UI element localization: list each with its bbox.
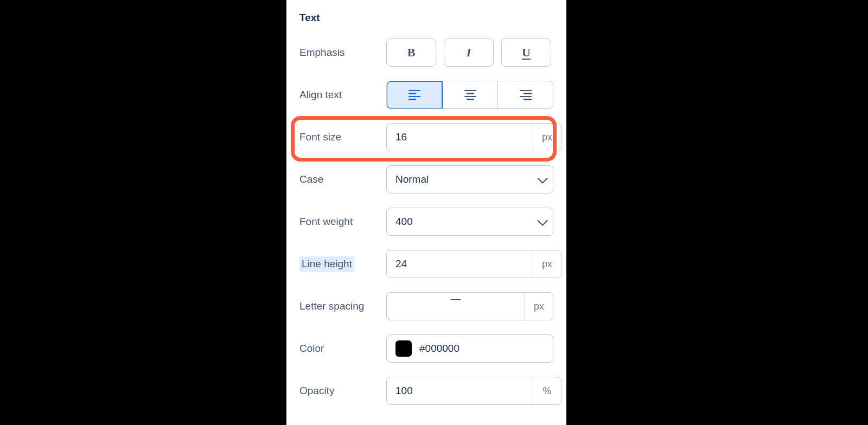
- letter-spacing-unit: px: [525, 293, 553, 320]
- font-weight-select[interactable]: 400: [386, 208, 553, 236]
- color-value: #000000: [419, 343, 459, 355]
- section-title: Text: [299, 12, 553, 24]
- case-label: Case: [299, 173, 386, 186]
- letter-spacing-input-group: — px: [386, 292, 553, 320]
- row-align: Align text: [299, 80, 553, 110]
- bold-icon: B: [407, 46, 416, 60]
- case-value: Normal: [395, 173, 429, 185]
- emphasis-group: B I U: [386, 38, 553, 67]
- color-label: Color: [299, 342, 386, 355]
- align-right-icon: [520, 90, 532, 100]
- opacity-label: Opacity: [299, 384, 386, 397]
- align-label: Align text: [299, 88, 386, 101]
- line-height-label: Line height: [299, 256, 386, 272]
- opacity-unit: %: [533, 377, 561, 404]
- font-weight-value: 400: [395, 216, 413, 228]
- line-height-unit: px: [533, 250, 561, 278]
- row-emphasis: Emphasis B I U: [299, 38, 553, 67]
- align-left-button[interactable]: [386, 81, 443, 109]
- letter-spacing-input[interactable]: —: [387, 293, 525, 320]
- opacity-input-group: %: [386, 377, 561, 405]
- row-font-weight: Font weight 400: [299, 207, 553, 236]
- italic-button[interactable]: I: [444, 38, 494, 67]
- row-case: Case Normal: [299, 165, 553, 194]
- line-height-input-group: px: [386, 250, 561, 278]
- opacity-input[interactable]: [387, 377, 533, 404]
- chevron-down-icon: [537, 215, 548, 226]
- align-segmented: [386, 81, 553, 109]
- align-right-button[interactable]: [498, 81, 553, 108]
- row-opacity: Opacity %: [299, 376, 553, 405]
- font-size-input[interactable]: [387, 124, 533, 151]
- font-size-label: Font size: [299, 131, 386, 144]
- color-swatch: [395, 340, 412, 357]
- letter-spacing-label: Letter spacing: [299, 300, 386, 313]
- line-height-input[interactable]: [387, 250, 533, 278]
- chevron-down-icon: [537, 173, 548, 184]
- align-center-icon: [464, 90, 476, 100]
- font-weight-label: Font weight: [299, 215, 386, 228]
- row-letter-spacing: Letter spacing — px: [299, 292, 553, 321]
- color-picker[interactable]: #000000: [386, 334, 553, 363]
- font-size-unit: px: [533, 124, 561, 151]
- row-line-height: Line height px: [299, 249, 553, 279]
- row-color: Color #000000: [299, 334, 553, 363]
- align-left-icon: [409, 90, 420, 100]
- text-properties-panel: Text Emphasis B I U Align text: [286, 0, 566, 425]
- bold-button[interactable]: B: [386, 38, 436, 67]
- underline-button[interactable]: U: [501, 38, 551, 67]
- row-font-size: Font size px: [299, 123, 553, 152]
- align-center-button[interactable]: [443, 81, 498, 108]
- italic-icon: I: [467, 46, 471, 60]
- case-select[interactable]: Normal: [386, 165, 553, 194]
- emphasis-label: Emphasis: [299, 46, 386, 59]
- underline-icon: U: [522, 46, 531, 60]
- font-size-input-group: px: [386, 123, 561, 151]
